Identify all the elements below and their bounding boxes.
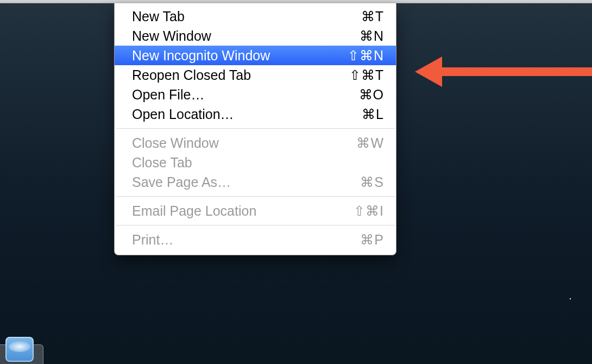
menu-item-new-window[interactable]: New Window ⌘N <box>115 26 396 46</box>
menu-label: Close Window <box>132 134 356 152</box>
menu-label: Open File… <box>132 86 359 103</box>
arrow-shaft <box>442 67 592 76</box>
menu-shortcut: ⌘S <box>360 173 384 191</box>
menu-shortcut: ⇧⌘I <box>354 202 384 219</box>
menu-item-save-page-as: Save Page As… ⌘S <box>115 172 396 192</box>
menu-item-new-incognito-window[interactable]: New Incognito Window ⇧⌘N <box>115 46 396 65</box>
menu-shortcut: ⌘L <box>362 105 384 123</box>
menu-item-close-window: Close Window ⌘W <box>115 133 396 153</box>
menu-shortcut: ⇧⌘T <box>349 66 384 84</box>
menu-item-open-location[interactable]: Open Location… ⌘L <box>115 104 396 124</box>
menu-separator <box>116 196 395 197</box>
menu-label: Open Location… <box>132 105 362 123</box>
file-menu-dropdown[interactable]: New Tab ⌘T New Window ⌘N New Incognito W… <box>114 3 396 255</box>
menu-label: New Incognito Window <box>132 47 348 64</box>
menu-item-open-file[interactable]: Open File… ⌘O <box>115 85 396 104</box>
menu-label: New Window <box>132 27 360 45</box>
menu-shortcut: ⇧⌘N <box>348 47 384 64</box>
menu-item-reopen-closed-tab[interactable]: Reopen Closed Tab ⇧⌘T <box>115 65 396 85</box>
menu-label: Close Tab <box>132 154 384 171</box>
menu-label: Save Page As… <box>132 173 360 191</box>
menu-separator <box>116 225 395 225</box>
menu-shortcut: ⌘N <box>360 27 384 45</box>
arrow-head-icon <box>415 57 442 87</box>
finder-icon[interactable] <box>5 337 34 362</box>
menu-label: Email Page Location <box>132 202 354 219</box>
menu-shortcut: ⌘W <box>356 134 384 152</box>
menu-item-email-page-location: Email Page Location ⇧⌘I <box>115 201 396 221</box>
menu-shortcut: ⌘O <box>359 86 384 103</box>
menu-label: Reopen Closed Tab <box>132 66 349 84</box>
menu-shortcut: ⌘T <box>361 8 384 25</box>
menu-shortcut: ⌘P <box>360 231 384 248</box>
menu-label: Print… <box>132 231 360 248</box>
menu-item-close-tab: Close Tab <box>115 153 396 172</box>
menu-separator <box>116 128 395 129</box>
menu-item-print: Print… ⌘P <box>115 230 396 249</box>
menu-label: New Tab <box>132 8 361 25</box>
annotation-arrow <box>415 57 592 87</box>
menu-item-new-tab[interactable]: New Tab ⌘T <box>115 7 396 26</box>
